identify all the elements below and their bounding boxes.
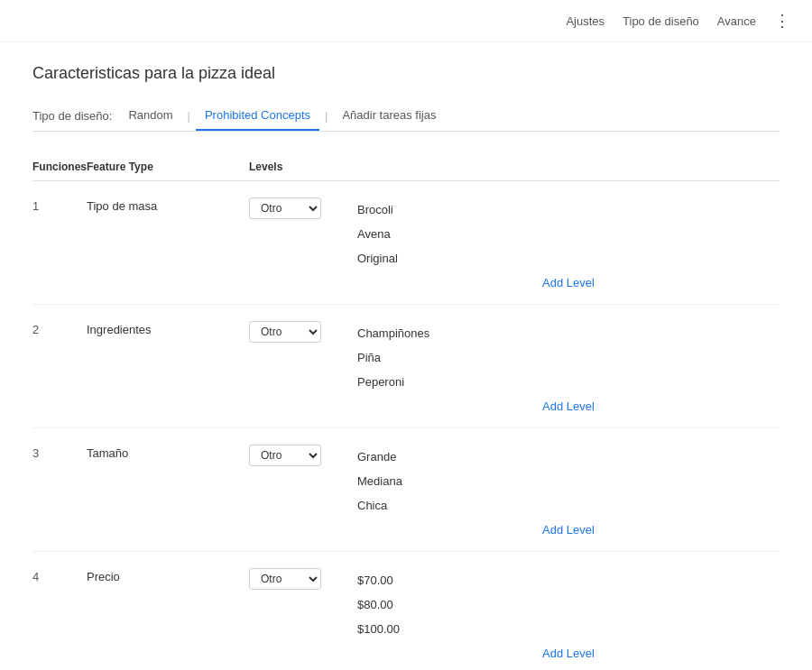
tab-separator-1: |	[188, 109, 190, 123]
add-level-button[interactable]: Add Level	[357, 394, 780, 418]
table-row: 3 Tamaño Otro Grande Mediana Chica Add L…	[32, 436, 780, 552]
row-4-type-select[interactable]: Otro	[249, 568, 321, 590]
add-level-button[interactable]: Add Level	[357, 518, 780, 542]
main-content: Caracteristicas para la pizza ideal Tipo…	[0, 42, 812, 670]
row-1-num: 1	[32, 197, 87, 213]
tab-fixed[interactable]: Añadir tareas fijas	[333, 101, 445, 131]
header-funciones: Funciones	[32, 161, 87, 173]
row-3-type-select[interactable]: Otro	[249, 445, 321, 466]
level-item: Original	[357, 246, 780, 271]
level-item: Mediana	[357, 469, 780, 493]
row-1-type-select[interactable]: Otro	[249, 197, 321, 219]
table-header: Funciones Feature Type Levels	[32, 153, 780, 181]
row-1-levels: Brocoli Avena Original Add Level	[357, 197, 780, 295]
tab-prohibited[interactable]: Prohibited Concepts	[196, 101, 319, 131]
row-3-num: 3	[32, 445, 87, 460]
level-item: $70.00	[357, 568, 780, 592]
row-4-type[interactable]: Otro	[249, 568, 357, 590]
row-4-name: Precio	[87, 568, 249, 583]
header-levels-col	[357, 161, 780, 173]
row-2-num: 2	[32, 321, 87, 336]
header-feature-type: Feature Type	[87, 161, 249, 173]
row-4-levels: $70.00 $80.00 $100.00 Add Level	[357, 568, 780, 665]
tab-random[interactable]: Random	[119, 101, 181, 131]
row-1-type[interactable]: Otro	[249, 197, 357, 219]
level-item: Grande	[357, 445, 780, 469]
add-level-button[interactable]: Add Level	[357, 271, 780, 295]
level-item: Champiñones	[357, 321, 780, 345]
row-3-type[interactable]: Otro	[249, 445, 357, 466]
row-2-name: Ingredientes	[87, 321, 249, 336]
level-item: $80.00	[357, 592, 780, 617]
row-3-name: Tamaño	[87, 445, 249, 460]
features-table: Funciones Feature Type Levels 1 Tipo de …	[32, 153, 780, 670]
level-item: Avena	[357, 222, 780, 246]
row-2-type-select[interactable]: Otro	[249, 321, 321, 343]
top-navigation: Ajustes Tipo de diseño Avance ⋮	[0, 0, 812, 42]
tabs-bar: Tipo de diseño: Random | Prohibited Conc…	[32, 101, 780, 132]
row-2-type[interactable]: Otro	[249, 321, 357, 343]
level-item: Piña	[357, 345, 780, 370]
tab-prefix-label: Tipo de diseño:	[32, 109, 112, 123]
row-4-num: 4	[32, 568, 87, 583]
row-3-levels: Grande Mediana Chica Add Level	[357, 445, 780, 542]
header-levels: Levels	[249, 161, 357, 173]
level-item: $100.00	[357, 617, 780, 641]
page-title: Caracteristicas para la pizza ideal	[32, 64, 780, 83]
nav-avance[interactable]: Avance	[717, 14, 756, 28]
row-2-levels: Champiñones Piña Peperoni Add Level	[357, 321, 780, 418]
table-row: 1 Tipo de masa Otro Brocoli Avena Origin…	[32, 188, 780, 305]
level-item: Brocoli	[357, 197, 780, 222]
table-row: 4 Precio Otro $70.00 $80.00 $100.00 Add …	[32, 559, 780, 670]
table-row: 2 Ingredientes Otro Champiñones Piña Pep…	[32, 312, 780, 428]
level-item: Peperoni	[357, 370, 780, 394]
add-level-button[interactable]: Add Level	[357, 641, 780, 665]
tab-separator-2: |	[325, 109, 328, 123]
more-options-icon[interactable]: ⋮	[774, 13, 790, 29]
level-item: Chica	[357, 493, 780, 518]
row-1-name: Tipo de masa	[87, 197, 249, 213]
nav-tipo-diseno[interactable]: Tipo de diseño	[623, 14, 699, 28]
nav-ajustes[interactable]: Ajustes	[566, 14, 604, 28]
